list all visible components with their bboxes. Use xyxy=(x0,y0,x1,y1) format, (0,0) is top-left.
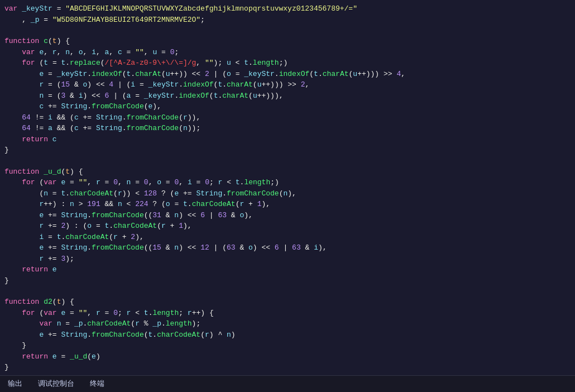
code-line: for (var e = "", r = 0, n = 0, o = 0, i … xyxy=(0,177,575,188)
code-line: } xyxy=(0,362,575,373)
code-line: } xyxy=(0,145,575,156)
code-line: var n = _p.charCodeAt(r % _p.length); xyxy=(0,318,575,329)
code-line: , _p = "W5D80NFZHAYB8EUI2T649RT2MNRMVE2O… xyxy=(0,15,575,26)
code-editor: var _keyStr = "ABCDEFGHIJKLMNOPQRSTUVWXY… xyxy=(0,0,575,375)
code-line: function d2(t) { xyxy=(0,297,575,308)
status-bar: 输出调试控制台终端 xyxy=(0,375,575,392)
code-line: n = (3 & i) << 6 | (a = _keyStr.indexOf(… xyxy=(0,90,575,102)
code-line: 64 != i && (c += String.fromCharCode(r))… xyxy=(0,112,575,123)
code-line: } xyxy=(0,340,575,351)
code-line: r++) : n > 191 && n < 224 ? (o = t.charC… xyxy=(0,199,575,210)
code-line: r += 2) : (o = t.charCodeAt(r + 1), xyxy=(0,221,575,232)
code-line: 64 != a && (c += String.fromCharCode(n))… xyxy=(0,123,575,134)
code-line: (n = t.charCodeAt(r)) < 128 ? (e += Stri… xyxy=(0,188,575,199)
code-line: function _u_d(t) { xyxy=(0,166,575,178)
code-line: e += String.fromCharCode(t.charCodeAt(r)… xyxy=(0,329,575,341)
code-line: var _keyStr = "ABCDEFGHIJKLMNOPQRSTUVWXY… xyxy=(0,3,575,15)
code-line: function c(t) { xyxy=(0,36,575,47)
code-line: e += String.fromCharCode((31 & n) << 6 |… xyxy=(0,210,575,221)
code-line: return e = _u_d(e) xyxy=(0,351,575,362)
code-line: r = (15 & o) << 4 | (i = _keyStr.indexOf… xyxy=(0,79,575,90)
code-line: r += 3); xyxy=(0,254,575,265)
code-line xyxy=(0,286,575,297)
code-line: return c xyxy=(0,134,575,145)
code-line: } xyxy=(0,275,575,286)
code-line: for (t = t.replace(/[^A-Za-z0-9\+\/\=]/g… xyxy=(0,58,575,69)
code-line: e += String.fromCharCode((15 & n) << 12 … xyxy=(0,242,575,254)
code-line: e = _keyStr.indexOf(t.charAt(u++)) << 2 … xyxy=(0,69,575,80)
status-bar-item[interactable]: 输出 xyxy=(6,377,25,391)
code-line: c += String.fromCharCode(e), xyxy=(0,101,575,112)
status-bar-item[interactable]: 调试控制台 xyxy=(36,377,76,391)
code-line: for (var e = "", r = 0; r < t.length; r+… xyxy=(0,308,575,319)
code-line: return e xyxy=(0,264,575,275)
code-line: var e, r, n, o, i, a, c = "", u = 0; xyxy=(0,47,575,58)
status-bar-item[interactable]: 终端 xyxy=(88,377,107,391)
code-line: i = t.charCodeAt(r + 2), xyxy=(0,232,575,243)
code-line xyxy=(0,25,575,36)
code-line xyxy=(0,156,575,166)
